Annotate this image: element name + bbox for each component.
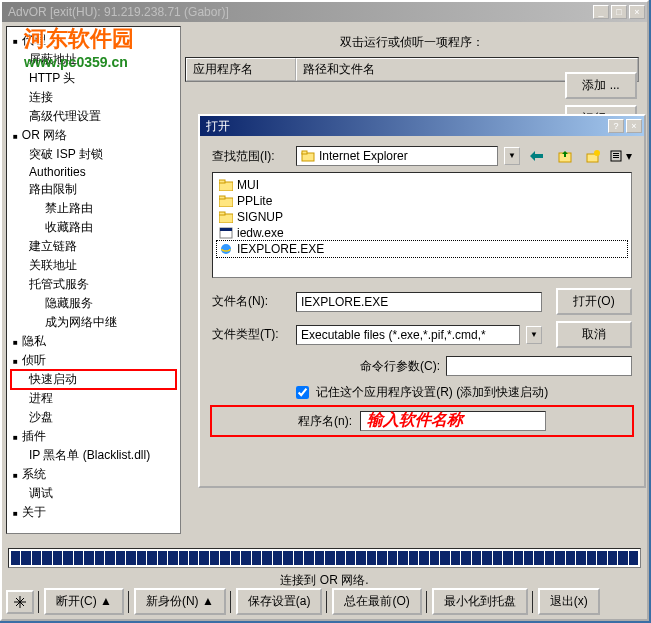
open-dialog: 打开 ? × 查找范围(I): Internet Explorer ▼ ▾ MU…: [198, 114, 646, 488]
open-button[interactable]: 打开(O): [556, 288, 632, 315]
tree-item[interactable]: 突破 ISP 封锁: [11, 145, 176, 164]
progname-input[interactable]: 输入软件名称: [360, 411, 546, 431]
tree-item[interactable]: OR 网络: [11, 126, 176, 145]
disconnect-button[interactable]: 断开(C) ▲: [44, 588, 124, 615]
view-menu-icon[interactable]: ▾: [610, 146, 632, 166]
progname-row: 程序名(n): 输入软件名称: [212, 407, 632, 435]
svg-rect-16: [220, 228, 232, 231]
svg-rect-12: [219, 196, 225, 199]
tree-item[interactable]: 进程: [11, 389, 176, 408]
folder-open-icon: [301, 149, 315, 163]
lookin-combo[interactable]: Internet Explorer: [296, 146, 498, 166]
tree-item[interactable]: 高级代理设置: [11, 107, 176, 126]
svg-rect-1: [302, 151, 307, 154]
tree-item[interactable]: Authorities: [11, 164, 176, 180]
file-item[interactable]: PPLite: [217, 193, 627, 209]
filetype-combo[interactable]: Executable files (*.exe,*.pif,*.cmd,*: [296, 325, 520, 345]
svg-rect-14: [219, 212, 225, 215]
maximize-button[interactable]: □: [611, 5, 627, 19]
minimize-button[interactable]: _: [593, 5, 609, 19]
tree-item[interactable]: 路由限制: [11, 180, 176, 199]
file-list[interactable]: MUIPPLiteSIGNUPiedw.exeIEXPLORE.EXE: [212, 172, 632, 278]
file-item[interactable]: IEXPLORE.EXE: [217, 241, 627, 257]
exe-icon: [219, 227, 233, 239]
add-button[interactable]: 添加 ...: [565, 72, 637, 99]
instruction-text: 双击运行或侦听一项程序：: [185, 34, 639, 51]
filename-label: 文件名(N):: [212, 293, 290, 310]
tree-item[interactable]: 成为网络中继: [11, 313, 176, 332]
up-folder-icon[interactable]: [554, 146, 576, 166]
tree-item[interactable]: 快速启动: [11, 370, 176, 389]
file-item[interactable]: iedw.exe: [217, 225, 627, 241]
tree-item[interactable]: 沙盘: [11, 408, 176, 427]
main-title: AdvOR [exit(HU): 91.219.238.71 (Gabor)]: [4, 5, 593, 19]
svg-point-4: [594, 150, 600, 156]
tree-item[interactable]: 屏蔽地址: [11, 50, 176, 69]
svg-rect-10: [219, 180, 225, 183]
cmdline-input[interactable]: [446, 356, 632, 376]
tree-item[interactable]: 连接: [11, 88, 176, 107]
folder-icon: [219, 179, 233, 191]
file-item[interactable]: MUI: [217, 177, 627, 193]
progname-label: 程序名(n):: [298, 413, 352, 430]
ie-icon: [219, 243, 233, 255]
dialog-close-button[interactable]: ×: [626, 119, 642, 133]
remember-label: 记住这个应用程序设置(R) (添加到快速启动): [316, 385, 548, 399]
bottom-toolbar: 断开(C) ▲ 新身份(N) ▲ 保存设置(a) 总在最前(O) 最小化到托盘 …: [6, 588, 643, 615]
dialog-help-button[interactable]: ?: [608, 119, 624, 133]
folder-icon: [219, 195, 233, 207]
filetype-dropdown-arrow[interactable]: ▼: [526, 326, 542, 344]
exit-button[interactable]: 退出(x): [538, 588, 600, 615]
close-button[interactable]: ×: [629, 5, 645, 19]
tree-item[interactable]: 调试: [11, 484, 176, 503]
tree-item[interactable]: 禁止路由: [11, 199, 176, 218]
dialog-titlebar: 打开 ? ×: [200, 116, 644, 136]
tree-item[interactable]: 插件: [11, 427, 176, 446]
tree-item[interactable]: 托管式服务: [11, 275, 176, 294]
save-button[interactable]: 保存设置(a): [236, 588, 323, 615]
cmdline-label: 命令行参数(C):: [360, 358, 440, 375]
tree-item[interactable]: 系统: [11, 465, 176, 484]
expand-icon-button[interactable]: [6, 590, 34, 614]
status-text: 连接到 OR 网络.: [8, 572, 641, 589]
tree-item[interactable]: 关联地址: [11, 256, 176, 275]
lookin-label: 查找范围(I):: [212, 148, 290, 165]
svg-rect-7: [613, 155, 619, 156]
back-icon[interactable]: [526, 146, 548, 166]
tree-item[interactable]: 收藏路由: [11, 218, 176, 237]
col-app[interactable]: 应用程序名: [186, 58, 296, 81]
tree-item[interactable]: 关于: [11, 503, 176, 522]
tree-item[interactable]: 隐私: [11, 332, 176, 351]
filename-input[interactable]: IEXPLORE.EXE: [296, 292, 542, 312]
tree-item[interactable]: 建立链路: [11, 237, 176, 256]
folder-icon: [219, 211, 233, 223]
tree-item[interactable]: HTTP 头: [11, 69, 176, 88]
file-item[interactable]: SIGNUP: [217, 209, 627, 225]
filetype-label: 文件类型(T):: [212, 326, 290, 343]
lookin-value: Internet Explorer: [319, 149, 408, 163]
tree-nav[interactable]: 代理屏蔽地址HTTP 头连接高级代理设置OR 网络突破 ISP 封锁Author…: [6, 26, 181, 534]
progress-bar: [8, 548, 641, 568]
cancel-button[interactable]: 取消: [556, 321, 632, 348]
ontop-button[interactable]: 总在最前(O): [332, 588, 421, 615]
new-folder-icon[interactable]: [582, 146, 604, 166]
main-titlebar: AdvOR [exit(HU): 91.219.238.71 (Gabor)] …: [2, 2, 647, 22]
tree-item[interactable]: 代理: [11, 31, 176, 50]
dialog-title: 打开: [202, 118, 608, 135]
tree-item[interactable]: IP 黑名单 (Blacklist.dll): [11, 446, 176, 465]
remember-checkbox[interactable]: [296, 386, 309, 399]
lookin-dropdown-arrow[interactable]: ▼: [504, 147, 520, 165]
newid-button[interactable]: 新身份(N) ▲: [134, 588, 226, 615]
svg-rect-6: [613, 153, 619, 154]
mintray-button[interactable]: 最小化到托盘: [432, 588, 528, 615]
tree-item[interactable]: 侦听: [11, 351, 176, 370]
progname-hint: 输入软件名称: [367, 410, 463, 431]
svg-rect-8: [613, 157, 619, 158]
status-area: 连接到 OR 网络.: [8, 548, 641, 589]
tree-item[interactable]: 隐藏服务: [11, 294, 176, 313]
